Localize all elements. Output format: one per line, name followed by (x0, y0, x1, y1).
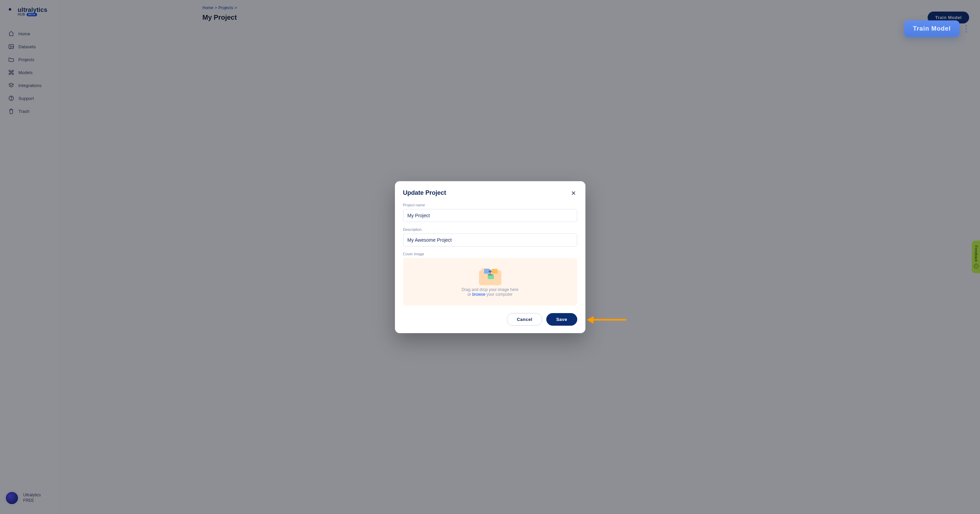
upload-icon (487, 269, 494, 276)
annotation-arrow (587, 316, 626, 324)
description-input[interactable] (403, 233, 577, 246)
cover-image-dropzone[interactable]: Drag and drop your image here or browse … (403, 258, 577, 306)
close-icon[interactable] (570, 189, 577, 197)
browse-link[interactable]: browse (472, 292, 485, 297)
cover-image-label: Cover image (403, 252, 577, 256)
floating-train-button[interactable]: Train Model (904, 21, 959, 37)
project-name-label: Project name (403, 203, 577, 207)
save-button[interactable]: Save (546, 313, 577, 326)
more-options-button[interactable] (964, 25, 968, 33)
description-label: Description (403, 227, 577, 232)
floating-train-cta: Train Model (904, 21, 968, 37)
project-name-input[interactable] (403, 209, 577, 222)
update-project-modal: Update Project Project name Description … (395, 181, 585, 333)
modal-title: Update Project (403, 189, 446, 197)
modal-scrim[interactable]: Update Project Project name Description … (0, 0, 980, 514)
dropzone-text-1: Drag and drop your image here (461, 287, 519, 292)
cancel-button[interactable]: Cancel (507, 313, 542, 326)
upload-illustration (478, 267, 503, 285)
